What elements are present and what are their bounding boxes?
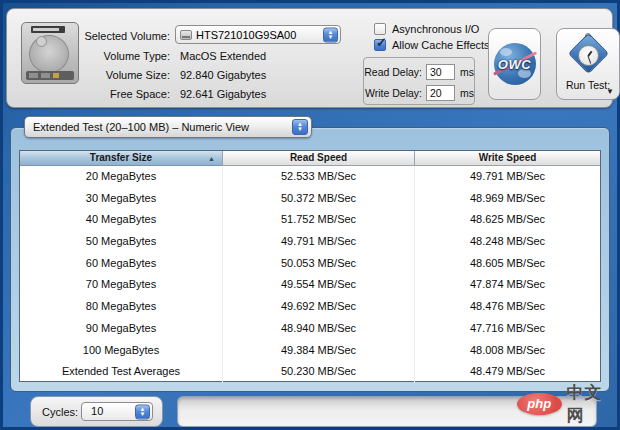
selected-volume-value: HTS721010G9SA00	[196, 29, 296, 41]
table-row[interactable]: 90 MegaBytes 48.940 MB/Sec 47.716 MB/Sec	[20, 318, 600, 340]
table-row[interactable]: 60 MegaBytes 50.053 MB/Sec 48.605 MB/Sec	[20, 253, 600, 275]
test-view-selector[interactable]: Extended Test (20–100 MB) – Numeric View…	[24, 116, 312, 138]
watermark: php 中文网	[517, 381, 620, 427]
allow-cache-effects-checkbox[interactable]: ✓ Allow Cache Effects	[374, 39, 490, 51]
php-logo-icon: php	[517, 393, 562, 415]
volume-size-value: 92.840 Gigabytes	[180, 69, 266, 81]
table-row[interactable]: 70 MegaBytes 49.554 MB/Sec 47.874 MB/Sec	[20, 274, 600, 296]
cycles-control-box: Cycles: 10 ▲▼	[30, 396, 163, 427]
cycles-label: Cycles:	[42, 406, 78, 418]
column-header-write-speed[interactable]: Write Speed	[414, 151, 600, 166]
write-delay-input[interactable]: 20	[426, 85, 455, 101]
read-delay-unit: ms	[460, 66, 474, 78]
watermark-text: 中文网	[567, 381, 620, 427]
volume-type-label: Volume Type:	[45, 50, 170, 62]
owc-logo-button[interactable]: OWC	[488, 28, 541, 100]
free-space-value: 92.641 Gigabytes	[180, 88, 266, 100]
volume-type-value: MacOS Extended	[180, 50, 266, 62]
popup-stepper-icon: ▲▼	[292, 119, 308, 135]
table-header-row: Transfer Size ▲ Read Speed Write Speed	[20, 151, 600, 166]
write-delay-unit: ms	[460, 87, 474, 99]
checkbox-unchecked-icon	[374, 23, 386, 35]
write-delay-label: Write Delay:	[364, 87, 422, 99]
test-view-value: Extended Test (20–100 MB) – Numeric View	[33, 121, 249, 133]
table-row[interactable]: 20 MegaBytes 52.533 MB/Sec 49.791 MB/Sec	[20, 166, 600, 188]
popup-stepper-icon: ▲▼	[135, 404, 150, 419]
stopwatch-face-icon	[578, 45, 599, 66]
column-header-read-speed[interactable]: Read Speed	[222, 151, 414, 166]
table-row[interactable]: 40 MegaBytes 51.752 MB/Sec 48.625 MB/Sec	[20, 209, 600, 231]
sort-ascending-icon: ▲	[208, 151, 215, 166]
volume-info-panel: Selected Volume: HTS721010G9SA00 ▲▼ Volu…	[6, 8, 613, 108]
mini-drive-icon	[180, 30, 192, 40]
selected-volume-label: Selected Volume:	[45, 30, 170, 42]
asynchronous-io-label: Asynchronous I/O	[392, 23, 479, 35]
read-delay-input[interactable]: 30	[426, 64, 455, 80]
volume-size-label: Volume Size:	[45, 69, 170, 81]
cycles-popup[interactable]: 10 ▲▼	[81, 402, 153, 421]
table-row[interactable]: 50 MegaBytes 49.791 MB/Sec 48.248 MB/Sec	[20, 231, 600, 253]
run-test-dropdown-icon: ▼	[606, 87, 614, 96]
free-space-label: Free Space:	[45, 88, 170, 100]
owc-logo-text: OWC	[498, 57, 531, 72]
table-row[interactable]: 100 MegaBytes 49.384 MB/Sec 48.008 MB/Se…	[20, 340, 600, 362]
checkbox-checked-icon: ✓	[374, 39, 386, 51]
column-header-transfer-size[interactable]: Transfer Size ▲	[20, 151, 222, 166]
allow-cache-effects-label: Allow Cache Effects	[392, 39, 490, 51]
owc-globe-icon: OWC	[494, 43, 536, 85]
run-test-button[interactable]: Run Test: ▼	[556, 28, 620, 100]
table-row[interactable]: 80 MegaBytes 49.692 MB/Sec 48.476 MB/Sec	[20, 296, 600, 318]
table-row[interactable]: 30 MegaBytes 50.372 MB/Sec 48.969 MB/Sec	[20, 188, 600, 210]
popup-stepper-icon: ▲▼	[323, 27, 338, 42]
asynchronous-io-checkbox[interactable]: Asynchronous I/O	[374, 23, 479, 35]
results-table: Transfer Size ▲ Read Speed Write Speed 2…	[19, 150, 601, 382]
delay-settings-group: Read Delay: 30 ms Write Delay: 20 ms	[363, 57, 475, 105]
cycles-value: 10	[91, 405, 103, 417]
read-delay-label: Read Delay:	[364, 66, 422, 78]
selected-volume-popup[interactable]: HTS721010G9SA00 ▲▼	[175, 25, 341, 44]
table-row-averages[interactable]: Extended Test Averages 50.230 MB/Sec 48.…	[20, 361, 600, 383]
